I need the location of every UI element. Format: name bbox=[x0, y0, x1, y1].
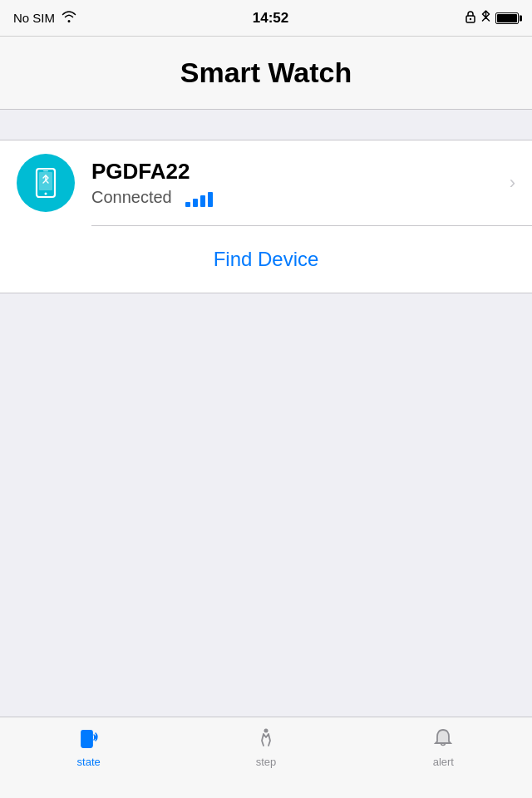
signal-bar-3 bbox=[200, 195, 205, 207]
svg-point-9 bbox=[264, 729, 268, 733]
step-tab-icon bbox=[253, 726, 279, 752]
page-title: Smart Watch bbox=[180, 57, 352, 89]
status-time: 14:52 bbox=[253, 10, 288, 27]
state-tab-icon bbox=[76, 726, 102, 752]
device-name: PGDFA22 bbox=[91, 159, 501, 185]
device-status-row: Connected bbox=[91, 188, 501, 207]
battery-icon bbox=[495, 12, 519, 24]
device-status: Connected bbox=[91, 188, 172, 207]
wifi-icon bbox=[62, 11, 76, 25]
chevron-right-icon: › bbox=[510, 172, 515, 194]
alert-tab-icon bbox=[430, 726, 456, 752]
content-area bbox=[0, 293, 532, 743]
signal-bars bbox=[185, 189, 213, 207]
svg-rect-5 bbox=[43, 170, 48, 171]
status-left: No SIM bbox=[13, 11, 76, 25]
lock-icon bbox=[465, 10, 476, 26]
nav-bar: Smart Watch bbox=[0, 37, 532, 110]
tab-alert[interactable]: alert bbox=[355, 726, 532, 768]
find-device-row[interactable]: Find Device bbox=[0, 226, 532, 293]
section-gap bbox=[0, 110, 532, 140]
device-list: PGDFA22 Connected › Find Device bbox=[0, 140, 532, 293]
carrier-label: No SIM bbox=[13, 11, 55, 25]
signal-bar-2 bbox=[193, 199, 198, 207]
tab-step-label: step bbox=[256, 756, 277, 768]
svg-point-1 bbox=[470, 18, 471, 20]
status-right bbox=[465, 10, 519, 26]
tab-state-label: state bbox=[77, 756, 101, 768]
svg-rect-7 bbox=[84, 733, 90, 742]
svg-point-8 bbox=[86, 744, 87, 746]
signal-bar-1 bbox=[185, 202, 190, 207]
device-icon bbox=[17, 154, 75, 212]
tab-bar: state step alert bbox=[0, 717, 532, 798]
svg-point-4 bbox=[45, 193, 47, 195]
device-info: PGDFA22 Connected bbox=[91, 159, 501, 207]
status-bar: No SIM 14:52 bbox=[0, 0, 532, 37]
device-row[interactable]: PGDFA22 Connected › bbox=[0, 140, 532, 225]
tab-alert-label: alert bbox=[433, 756, 454, 768]
tab-state[interactable]: state bbox=[0, 726, 177, 768]
find-device-button[interactable]: Find Device bbox=[214, 248, 319, 271]
tab-step[interactable]: step bbox=[177, 726, 354, 768]
bluetooth-icon bbox=[481, 10, 490, 26]
signal-bar-4 bbox=[208, 192, 213, 207]
